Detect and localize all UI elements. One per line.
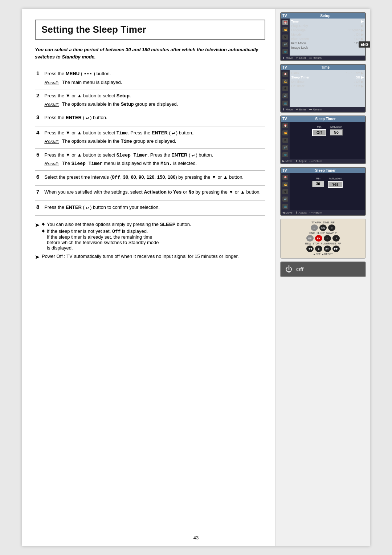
tv-icon-4: 🔊 bbox=[282, 93, 288, 98]
menu-item: Clock: -- : -- am ▶ bbox=[291, 71, 364, 75]
screen-footer: ▶ Move⬆ Adjust▪▪▪ Return bbox=[281, 159, 365, 163]
power-icon: ⏻ bbox=[285, 265, 293, 274]
step-number: 1 bbox=[35, 67, 43, 89]
remote-row: ▪▪ ON ∧ bbox=[283, 224, 363, 231]
remote-label-sleep: SLEEP bbox=[317, 232, 325, 234]
sleep-timer-values: Min 30 Activation Yes bbox=[292, 177, 363, 188]
remote-label: TIME bbox=[323, 221, 329, 224]
step-content: Press the ▼ or ▲ button to select Setup.… bbox=[43, 89, 265, 111]
menu-item: Off Timer: Off ▶ bbox=[291, 84, 364, 88]
tv-icon-2: 📻 bbox=[282, 130, 288, 135]
remote-btn-up[interactable]: ∧ bbox=[328, 224, 335, 231]
remote-btn-swap[interactable]: ↙ bbox=[324, 235, 331, 242]
remote-row: DNIe SLEEP SWAP P bbox=[283, 232, 363, 234]
right-column: TV Setup ⏰ 📻 ⚙ 🔊 📺 Time▶ Plug & bbox=[276, 9, 370, 546]
screen-body: ⏰ 📻 ⚙ 🔊 📺 Min 30 Activation Yes bbox=[281, 173, 365, 210]
remote-btn-dnie[interactable]: EB bbox=[306, 235, 314, 242]
remote-btn-stop[interactable]: ■ bbox=[315, 246, 322, 252]
time-screen: TV Time ⏰ 📻 ⚙ 🔊 📺 Clock: -- : -- am ▶ bbox=[280, 64, 366, 113]
tv-icon-1: ⏰ bbox=[282, 20, 288, 25]
min-label: Min bbox=[312, 177, 324, 180]
table-row: 2 Press the ▼ or ▲ button to select Setu… bbox=[35, 89, 265, 111]
min-value: 30 bbox=[312, 181, 324, 187]
result-label: Result: bbox=[44, 138, 59, 145]
result-text: The main menu is displayed. bbox=[62, 79, 122, 86]
step-content: Press the ENTER ( ↵ ) button to confirm … bbox=[43, 200, 265, 216]
result-text: The options available in the Time group … bbox=[62, 138, 176, 145]
step-number: 2 bbox=[35, 89, 43, 111]
tv-icon-2: 📻 bbox=[282, 79, 288, 84]
remote-btn-on[interactable]: ON bbox=[319, 224, 327, 231]
page-number: 43 bbox=[193, 535, 199, 540]
result-label: Result: bbox=[44, 101, 59, 108]
table-row: 7 When you are satisfied with the settin… bbox=[35, 186, 265, 201]
menu-item-image-lock: Image Lock bbox=[291, 45, 364, 50]
menu-item: Blue Screen: On ▶ bbox=[291, 37, 364, 41]
screen-title: Sleep Timer bbox=[315, 169, 336, 173]
activation-label: Activation bbox=[330, 125, 343, 129]
tv-icon-2: 📻 bbox=[282, 182, 288, 187]
menu-item: On Timer: Off ▶ bbox=[291, 80, 364, 84]
remote-row: EB EX ↙ ∨ bbox=[283, 235, 363, 242]
step-content: Press the MENU ( ▪▪▪ ) button. Result: T… bbox=[43, 67, 265, 89]
result-label: Result: bbox=[44, 160, 59, 167]
table-row: 4 Press the ▼ or ▲ button to select Time… bbox=[35, 126, 265, 148]
screen-header: TV Setup bbox=[281, 13, 365, 19]
remote-btn-ff[interactable]: ▶▶ bbox=[332, 246, 340, 252]
tv-menu: Clock: -- : -- am ▶ Sleep Timer: Off ▶ O… bbox=[290, 70, 365, 107]
remote-label: SWAP bbox=[326, 232, 334, 234]
remote-btn-rew[interactable]: ◀◀ bbox=[306, 246, 314, 252]
menu-item: Melody: Off ▶ bbox=[291, 32, 364, 37]
remote-label: PIP bbox=[331, 221, 335, 224]
tv-label: TV bbox=[282, 65, 287, 69]
tv-icon-4: 🔊 bbox=[282, 197, 288, 202]
tv-icon-1: ⏰ bbox=[282, 123, 288, 128]
sleep-timer-values: Min Off Activation No bbox=[292, 125, 363, 136]
tv-icon-1: ⏰ bbox=[282, 72, 288, 77]
menu-item: Language: English ▶ bbox=[291, 28, 364, 32]
off-text: Off bbox=[296, 267, 303, 272]
step-number: 8 bbox=[35, 200, 43, 216]
remote-btn-play[interactable]: ▶/II bbox=[324, 246, 331, 252]
step-content: Press the ENTER ( ↵ ) button. bbox=[43, 111, 265, 126]
activation-value: Yes bbox=[328, 181, 343, 188]
step-number: 5 bbox=[35, 148, 43, 170]
table-row: 8 Press the ENTER ( ↵ ) button to confir… bbox=[35, 200, 265, 216]
table-row: 3 Press the ENTER ( ↵ ) button. bbox=[35, 111, 265, 126]
off-display: ⏻ Off bbox=[280, 262, 366, 277]
note-block: ◆ You can also set these options simply … bbox=[42, 222, 191, 251]
screen-header: TV Sleep Timer bbox=[281, 168, 365, 173]
screen-body: ⏰ 📻 ⚙ 🔊 📺 Time▶ Plug & Play▶ Language: E… bbox=[281, 19, 365, 56]
result-text: The options available in the Setup group… bbox=[62, 101, 178, 108]
step-number: 6 bbox=[35, 170, 43, 186]
tv-icon-5: 📺 bbox=[282, 49, 288, 54]
note-text: You can also set these options simply by… bbox=[47, 222, 191, 227]
remote-label: PLAY/PAUSE bbox=[321, 242, 336, 245]
tv-icon-1: ⏰ bbox=[282, 175, 288, 180]
remote-btn-mix[interactable]: ▪▪ bbox=[311, 224, 318, 231]
remote-btn-down[interactable]: ∨ bbox=[332, 235, 340, 242]
tv-menu: Time▶ Plug & Play▶ Language: English ▶ M… bbox=[290, 19, 365, 56]
tv-icon-3: ⚙ bbox=[282, 35, 288, 40]
tv-icon-4: 🔊 bbox=[282, 145, 288, 150]
tv-icons: ⏰ 📻 ⚙ 🔊 📺 bbox=[281, 19, 290, 56]
tv-icons: ⏰ 📻 ⚙ 🔊 📺 bbox=[281, 70, 290, 107]
step-number: 3 bbox=[35, 111, 43, 126]
menu-item: Time▶ bbox=[291, 19, 364, 24]
screen-title: Sleep Timer bbox=[315, 117, 336, 121]
tv-icons: ⏰ 📻 ⚙ 🔊 📺 bbox=[281, 122, 290, 159]
min-value: Off bbox=[312, 129, 326, 136]
remote-btn-sleep[interactable]: EX bbox=[315, 235, 322, 242]
menu-item-sleep-timer: Sleep Timer: Off ▶ bbox=[291, 75, 364, 80]
activation-value: No bbox=[330, 129, 343, 135]
steps-table: 1 Press the MENU ( ▪▪▪ ) button. Result:… bbox=[35, 67, 265, 216]
table-row: 1 Press the MENU ( ▪▪▪ ) button. Result:… bbox=[35, 67, 265, 89]
sleep-timer-screen-2: TV Sleep Timer ⏰ 📻 ⚙ 🔊 📺 Min 30 bbox=[280, 167, 366, 216]
screen-header: TV Time bbox=[281, 65, 365, 70]
page: ENG Setting the Sleep Timer You can sele… bbox=[22, 9, 370, 546]
diamond-icon: ◆ bbox=[42, 222, 45, 226]
result-text: The Sleep Timer menu is displayed with t… bbox=[62, 160, 197, 167]
screen-title: Time bbox=[321, 65, 330, 69]
tv-icon-3: ⚙ bbox=[282, 138, 288, 143]
title-box: Setting the Sleep Timer bbox=[35, 20, 265, 40]
